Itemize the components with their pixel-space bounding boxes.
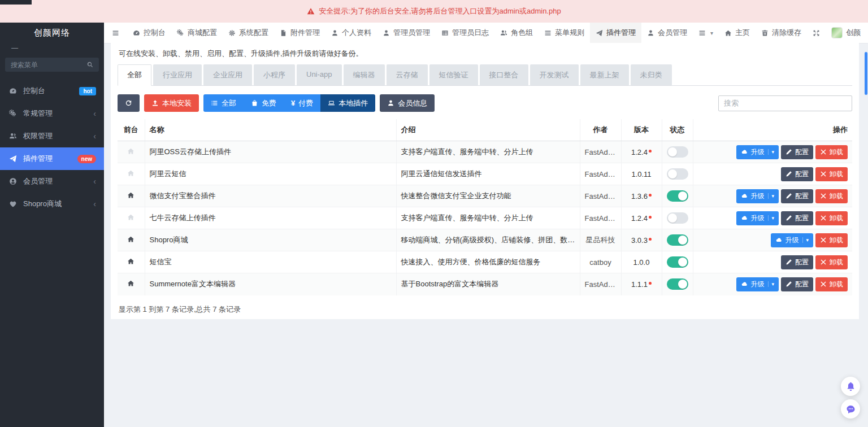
nav-item-attachment[interactable]: 附件管理 [274, 23, 326, 43]
uninstall-button[interactable]: 卸载 [815, 233, 848, 247]
frontend-home-icon [127, 258, 134, 265]
tab-全部[interactable]: 全部 [118, 64, 151, 86]
sidebar-item-label: 插件管理 [23, 154, 53, 164]
tab-开发测试[interactable]: 开发测试 [530, 64, 579, 86]
tab-未归类[interactable]: 未归类 [631, 64, 672, 86]
config-button[interactable]: 配置 [781, 255, 813, 269]
row-actions: 升级▾卸载 [693, 229, 852, 251]
row-actions: 升级▾配置卸载 [693, 207, 852, 229]
config-button[interactable]: 配置 [781, 277, 813, 291]
nav-list-dropdown[interactable]: ▾ [693, 23, 719, 43]
config-button[interactable]: 配置 [781, 189, 813, 203]
tab-企业应用[interactable]: 企业应用 [203, 64, 252, 86]
all-button[interactable]: 全部 [203, 94, 244, 112]
topnav-right: ▾ 主页 清除缓存 创颜 [693, 23, 868, 43]
nav-item-admin-log[interactable]: 管理员日志 [436, 23, 494, 43]
nav-clear-cache[interactable]: 清除缓存 [756, 23, 807, 43]
update-dot [649, 216, 652, 219]
upgrade-button[interactable]: 升级▾ [736, 211, 779, 225]
nav-item-group[interactable]: 角色组 [494, 23, 539, 43]
tab-编辑器[interactable]: 编辑器 [344, 64, 385, 86]
upgrade-button[interactable]: 升级▾ [736, 189, 779, 203]
uninstall-button[interactable]: 卸载 [815, 189, 848, 203]
upgrade-button[interactable]: 升级▾ [736, 277, 779, 291]
tab-Uni-app[interactable]: Uni-app [297, 64, 342, 86]
nav-item-label: 管理员管理 [393, 28, 430, 38]
topnav: 控制台商城配置系统配置附件管理个人资料管理员管理管理员日志角色组菜单规则插件管理… [104, 23, 868, 43]
nav-fullscreen[interactable] [807, 23, 826, 43]
tab-接口整合[interactable]: 接口整合 [480, 64, 528, 86]
nav-item-dashboard[interactable]: 控制台 [127, 23, 171, 43]
tab-小程序[interactable]: 小程序 [254, 64, 295, 86]
sidebar-item-user[interactable]: 会员管理‹ [0, 170, 104, 193]
gauge-icon [8, 87, 18, 95]
nav-item-system-config[interactable]: 系统配置 [223, 23, 274, 43]
status-toggle[interactable] [667, 168, 688, 180]
config-button[interactable]: 配置 [781, 167, 813, 181]
topnav-tabs: 控制台商城配置系统配置附件管理个人资料管理员管理管理员日志角色组菜单规则插件管理… [127, 23, 693, 43]
status-toggle[interactable] [667, 278, 688, 290]
config-button[interactable]: 配置 [781, 145, 813, 159]
status-toggle[interactable] [667, 212, 688, 224]
nav-item-admin[interactable]: 管理员管理 [377, 23, 436, 43]
uninstall-button[interactable]: 卸载 [815, 145, 848, 159]
status-toggle[interactable] [667, 234, 688, 246]
plugin-intro: 快速整合微信支付宝企业支付功能 [396, 185, 580, 207]
uninstall-button[interactable]: 卸载 [815, 277, 848, 291]
tab-云存储[interactable]: 云存储 [387, 64, 428, 86]
uninstall-button[interactable]: 卸载 [815, 167, 848, 181]
paid-button[interactable]: ¥付费 [284, 94, 320, 112]
update-dot [649, 150, 652, 152]
member-info-button[interactable]: 会员信息 [380, 94, 435, 112]
local-button[interactable]: 本地插件 [320, 94, 375, 112]
plugin-author: FastAdmin [580, 163, 621, 185]
nav-item-label: 管理员日志 [452, 28, 489, 38]
status-toggle[interactable] [667, 256, 688, 268]
upgrade-button[interactable]: 升级▾ [771, 233, 813, 247]
frontend-home-icon [127, 213, 134, 221]
nav-home[interactable]: 主页 [719, 23, 756, 43]
plugin-version: 1.0.0 [621, 251, 662, 273]
sidebar-item-general[interactable]: 常规管理‹ [0, 102, 104, 125]
upgrade-button[interactable]: 升级▾ [736, 145, 779, 159]
status-toggle[interactable] [667, 146, 688, 158]
uninstall-button[interactable]: 卸载 [815, 211, 848, 225]
sidebar-item-shopro[interactable]: Shopro商城‹ [0, 193, 104, 215]
scrollbar-thumb[interactable] [865, 52, 867, 95]
free-button[interactable]: 免费 [244, 94, 284, 112]
chevron-left-icon: ‹ [93, 200, 96, 208]
uninstall-button[interactable]: 卸载 [815, 255, 848, 269]
nav-item-rule[interactable]: 菜单规则 [539, 23, 590, 43]
list-icon [698, 29, 706, 37]
sidebar-item-addon[interactable]: 插件管理new [0, 147, 104, 170]
plugin-name: 微信支付宝整合插件 [145, 185, 396, 207]
sidebar-item-dashboard[interactable]: 控制台hot [0, 80, 104, 102]
menu-search-input[interactable] [5, 58, 99, 72]
refresh-button[interactable] [118, 94, 140, 112]
sidebar-menu: 控制台hot常规管理‹权限管理‹插件管理new会员管理‹Shopro商城‹ [0, 80, 104, 215]
sidebar-item-auth[interactable]: 权限管理‹ [0, 125, 104, 147]
table-row: 七牛云存储上传插件支持客户端直传、服务端中转、分片上传FastAdmin1.2.… [118, 207, 852, 229]
cloud-icon [741, 215, 748, 221]
nav-item-shop-config[interactable]: 商城配置 [171, 23, 223, 43]
frontend-home-icon [127, 169, 134, 177]
nav-item-member[interactable]: 会员管理 [641, 23, 693, 43]
brand-title[interactable]: 创颜网络 [0, 23, 104, 43]
tab-短信验证[interactable]: 短信验证 [429, 64, 478, 86]
plugin-search-input[interactable] [718, 95, 852, 111]
chat-fab[interactable] [841, 399, 860, 419]
nav-item-addon[interactable]: 插件管理 [590, 23, 641, 43]
config-button[interactable]: 配置 [781, 211, 813, 225]
tab-最新上架[interactable]: 最新上架 [580, 64, 629, 86]
bars-icon [544, 29, 552, 37]
nav-item-profile[interactable]: 个人资料 [326, 23, 377, 43]
local-install-button[interactable]: 本地安装 [144, 94, 199, 112]
nav-user[interactable]: 创颜 [826, 23, 866, 43]
row-actions: 升级▾配置卸载 [693, 273, 852, 295]
notifications-fab[interactable] [841, 377, 860, 396]
username-label: 创颜 [846, 28, 861, 38]
sidebar-toggle-button[interactable] [104, 23, 127, 43]
tab-行业应用[interactable]: 行业应用 [153, 64, 202, 86]
status-toggle[interactable] [667, 190, 688, 202]
badge-hot: hot [79, 87, 96, 95]
